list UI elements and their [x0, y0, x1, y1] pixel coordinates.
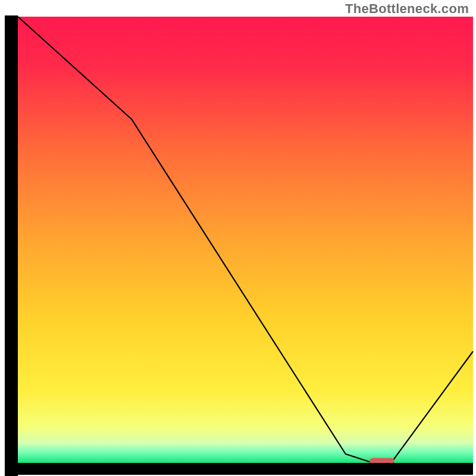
watermark-text: TheBottleneck.com	[345, 1, 469, 17]
bottleneck-chart	[0, 0, 476, 476]
y-axis	[5, 15, 18, 476]
x-axis	[5, 463, 473, 475]
plot-gradient-background	[18, 17, 473, 463]
